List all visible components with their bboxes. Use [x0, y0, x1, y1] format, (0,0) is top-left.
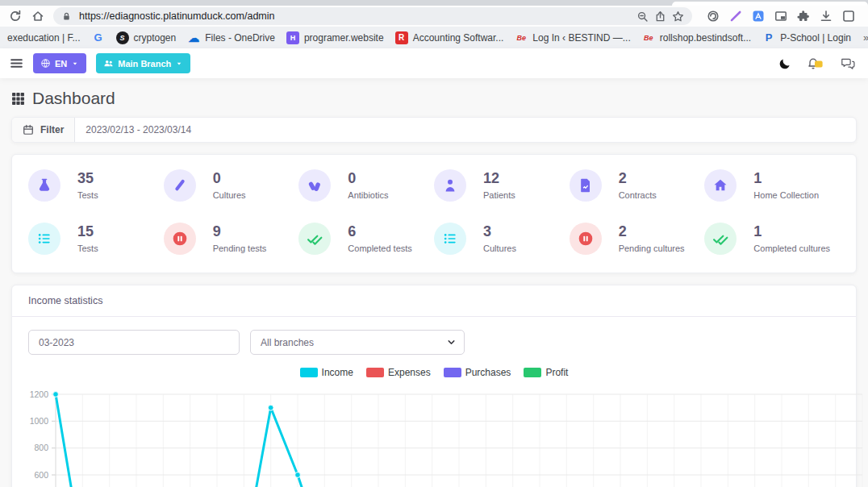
url-input[interactable] [77, 10, 631, 23]
blue-p-favicon-icon: P [762, 31, 775, 44]
legend-label: Expenses [388, 367, 431, 378]
stats-card: 35Tests0Cultures0Antibiotics12Patients2C… [11, 154, 857, 273]
extension-swirl-icon[interactable] [705, 6, 721, 26]
list-icon [434, 223, 466, 255]
legend-item-purchases[interactable]: Purchases [444, 367, 511, 378]
stat-item: 15Tests [28, 223, 164, 255]
stat-value: 15 [77, 224, 98, 240]
stat-item: 2Pending cultures [570, 223, 705, 255]
bookmark-label: P-School | Login [780, 32, 851, 44]
stat-label: Pending cultures [619, 244, 685, 253]
stat-item: 0Antibiotics [298, 169, 434, 202]
menu-hamburger-icon[interactable] [10, 56, 23, 70]
branch-select[interactable]: All branches [250, 330, 465, 355]
stat-item: 35Tests [28, 169, 164, 202]
bookmark-star-icon[interactable] [672, 10, 684, 23]
globe-icon [40, 58, 51, 69]
browser-tab[interactable] [672, 2, 868, 6]
stat-value: 2 [619, 171, 657, 187]
navbar-right [778, 57, 858, 70]
language-dropdown-button[interactable]: EN [33, 53, 86, 73]
stat-label: Contracts [619, 190, 657, 200]
legend-swatch [524, 368, 541, 377]
stat-item: 1Home Collection [704, 169, 840, 202]
test-tube-icon [164, 169, 196, 202]
stat-value: 1 [753, 224, 830, 240]
picture-in-picture-icon[interactable] [773, 6, 789, 26]
branch-dropdown-button[interactable]: Main Branch [96, 53, 190, 73]
extensions-puzzle-icon[interactable] [795, 6, 812, 26]
reload-icon[interactable] [5, 6, 26, 26]
dashboard-grid-icon [11, 92, 25, 106]
stat-value: 0 [348, 171, 388, 187]
bookmark-label: Accounting Softwar... [413, 32, 504, 44]
bookmark-item[interactable]: G [86, 29, 111, 47]
profile-square-icon[interactable] [841, 6, 857, 26]
stat-item: 9Pending tests [164, 223, 299, 255]
pause-circle-icon [164, 223, 196, 255]
bookmark-item[interactable]: PP-School | Login [757, 29, 857, 47]
chat-icon[interactable] [841, 57, 855, 70]
legend-label: Purchases [465, 367, 511, 378]
stat-value: 0 [213, 171, 246, 187]
bookmark-label: cryptogen [134, 32, 177, 44]
moon-icon[interactable] [778, 57, 791, 70]
svg-text:1000: 1000 [30, 416, 49, 426]
bookmark-item[interactable]: exeducation | F... [2, 30, 86, 46]
bookmarks-items: exeducation | F...GScryptogen☁Files - On… [2, 29, 857, 47]
lock-icon [61, 11, 72, 22]
branch-select-value: All branches [261, 337, 314, 348]
home-solid-icon [704, 169, 737, 202]
stat-label: Antibiotics [348, 190, 388, 200]
bookmark-label: programer.website [304, 32, 384, 44]
bookmarks-overflow-chevron[interactable]: » [857, 31, 868, 44]
legend-item-income[interactable]: Income [300, 367, 353, 378]
legend-item-expenses[interactable]: Expenses [366, 367, 431, 378]
translate-extension-icon[interactable] [750, 6, 766, 26]
branch-label: Main Branch [118, 59, 171, 69]
share-icon[interactable] [654, 10, 666, 23]
bookmark-label: exeducation | F... [7, 32, 81, 44]
pills-icon [298, 169, 331, 202]
bookmark-item[interactable]: Hprogramer.website [281, 29, 390, 47]
bookmark-item[interactable]: Scryptogen [111, 29, 182, 47]
pen-extension-icon[interactable] [728, 6, 744, 26]
stat-label: Home Collection [753, 190, 819, 200]
chart-legend: IncomeExpensesPurchasesProfit [12, 361, 856, 380]
bookmark-item[interactable]: ☁Files - OneDrive [182, 29, 281, 47]
stat-value: 9 [213, 224, 267, 240]
stat-value: 1 [753, 171, 819, 187]
legend-swatch [444, 368, 461, 377]
list-icon [28, 223, 61, 255]
bookmark-item[interactable]: Berollshop.bestindsoft... [636, 29, 757, 47]
chevron-down-icon [446, 337, 457, 348]
svg-text:1200: 1200 [30, 389, 49, 399]
stat-label: Completed tests [348, 244, 411, 253]
svg-text:800: 800 [34, 443, 48, 452]
legend-swatch [366, 368, 384, 377]
stat-value: 12 [483, 171, 515, 187]
date-range-input[interactable] [75, 118, 856, 142]
bookmark-item[interactable]: RAccounting Softwar... [390, 29, 510, 47]
notification-bell-icon[interactable] [807, 57, 824, 70]
legend-label: Profit [545, 367, 568, 378]
caret-down-icon [175, 60, 183, 68]
income-statistics-title: Income statistics [12, 285, 856, 317]
legend-item-profit[interactable]: Profit [524, 367, 568, 378]
filter-label-box: Filter [12, 118, 75, 142]
income-chart: 020040060080010001200 [19, 383, 868, 487]
download-icon[interactable] [818, 6, 834, 26]
be-red-favicon-icon: Be [642, 31, 655, 44]
dark-circle-s-favicon-icon: S [116, 31, 129, 44]
month-input[interactable] [28, 330, 240, 355]
home-icon[interactable] [27, 6, 48, 26]
zoom-icon[interactable] [636, 10, 649, 23]
stat-label: Patients [483, 190, 515, 200]
address-bar[interactable] [53, 7, 692, 25]
stat-item: 1Completed cultures [704, 223, 840, 255]
bookmarks-bar: exeducation | F...GScryptogen☁Files - On… [0, 27, 868, 48]
contract-icon [570, 169, 602, 202]
red-square-r-favicon-icon: R [395, 31, 408, 44]
bookmark-item[interactable]: BeLog In ‹ BESTIND —... [509, 29, 636, 47]
stat-item: 6Completed tests [298, 223, 434, 255]
